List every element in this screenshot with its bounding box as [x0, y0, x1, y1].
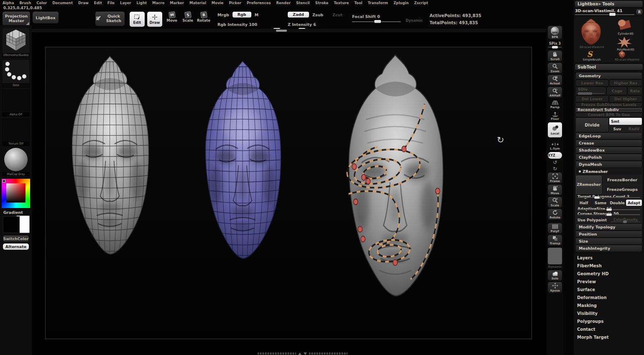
- m-toggle[interactable]: M: [255, 13, 258, 17]
- polyf-button[interactable]: PolyF: [548, 223, 562, 233]
- smt-toggle[interactable]: Smt: [609, 118, 642, 125]
- tool-thumb-polymesh3d[interactable]: [616, 36, 633, 48]
- same-button[interactable]: Same: [593, 200, 608, 206]
- spix-slider[interactable]: SPix 3: [548, 41, 562, 49]
- menu-alpha[interactable]: Alpha: [3, 1, 14, 5]
- restore-config-button[interactable]: R: [636, 9, 643, 15]
- current-tool-slider[interactable]: 3D-scan-Vlastimil. 41: [575, 8, 634, 16]
- current-texture-thumbnail[interactable]: Texture Off: [2, 119, 30, 146]
- lightbox-button[interactable]: LightBox: [33, 12, 59, 23]
- projection-master-button[interactable]: Projection Master: [3, 12, 30, 26]
- dynamic-button[interactable]: Dynamic: [548, 247, 562, 269]
- reconstruct-subdiv-button[interactable]: Reconstruct Subdiv: [576, 108, 642, 112]
- subsection-position[interactable]: Position: [576, 231, 642, 237]
- lower-res-button[interactable]: Lower Res: [576, 80, 608, 86]
- divide-button[interactable]: Divide: [576, 118, 608, 132]
- rotate-button[interactable]: R Rotate: [197, 12, 210, 26]
- menu-movie[interactable]: Movie: [212, 1, 224, 5]
- subtool-section-header[interactable]: SubTool: [575, 64, 643, 70]
- mrgb-toggle[interactable]: Mrgb: [217, 13, 229, 17]
- adaptive-size-slider[interactable]: AdaptiveSize 50: [576, 207, 642, 211]
- menu-brush[interactable]: Brush: [19, 1, 31, 5]
- use-polypaint-toggle[interactable]: Use Polypaint: [576, 217, 608, 223]
- rotate-canvas-button[interactable]: Rotate: [548, 209, 562, 220]
- move-canvas-button[interactable]: Move: [548, 185, 562, 195]
- section-masking[interactable]: Masking: [577, 302, 643, 309]
- zcut-toggle[interactable]: Zcut: [332, 13, 342, 17]
- menu-picker[interactable]: Picker: [229, 1, 241, 5]
- menu-color[interactable]: Color: [36, 1, 47, 5]
- alternate-button[interactable]: Alternate: [3, 243, 29, 250]
- zadd-toggle[interactable]: Zadd: [288, 12, 309, 18]
- divider-down-arrow[interactable]: [304, 352, 307, 355]
- convert-bpr-button[interactable]: Convert BPR To Geo: [576, 113, 642, 117]
- section-geometry-hd[interactable]: Geometry HD: [577, 270, 643, 277]
- section-fibermesh[interactable]: FiberMesh: [577, 262, 643, 269]
- tool-thumb-simplebrush[interactable]: S: [584, 51, 595, 58]
- freeze-groups-toggle[interactable]: FreezeGroups: [603, 185, 642, 194]
- scale-canvas-button[interactable]: Scale: [548, 197, 562, 208]
- adapt-toggle[interactable]: Adapt: [626, 200, 642, 206]
- tool-thumb-selected[interactable]: [576, 18, 606, 46]
- rgb-toggle[interactable]: Rgb: [233, 12, 251, 18]
- local-button[interactable]: Local: [548, 122, 562, 137]
- tool-thumb-cylinder3d[interactable]: [613, 18, 635, 32]
- menu-stroke[interactable]: Stroke: [315, 1, 328, 5]
- zsub-toggle[interactable]: Zsub: [312, 13, 323, 17]
- section-layers[interactable]: Layers: [577, 254, 643, 261]
- focal-shift-slider[interactable]: [352, 20, 401, 23]
- shelf-divider-handle[interactable]: [276, 30, 287, 32]
- higher-res-button[interactable]: Higher Res: [609, 80, 642, 86]
- subsection-size[interactable]: Size: [576, 238, 642, 244]
- menu-texture[interactable]: Texture: [334, 1, 349, 5]
- xyz-button[interactable]: XYZ: [548, 152, 562, 159]
- frame-button[interactable]: Frame: [548, 172, 562, 183]
- orbit-right-button[interactable]: ↻: [548, 166, 562, 171]
- menu-layer[interactable]: Layer: [120, 1, 131, 5]
- current-alpha-thumbnail[interactable]: Alpha Off: [2, 89, 30, 117]
- bpr-button[interactable]: BPR BPR: [548, 26, 562, 39]
- dynamic-toggle[interactable]: Dynamic: [406, 18, 423, 23]
- menu-light[interactable]: Light: [137, 1, 147, 5]
- main-color-swatch[interactable]: [3, 216, 20, 233]
- menu-marker[interactable]: Marker: [170, 1, 184, 5]
- current-material-thumbnail[interactable]: MatCap Gray: [2, 147, 30, 176]
- orbit-left-button[interactable]: ↺: [548, 160, 562, 165]
- menu-zplugin[interactable]: Zplugin: [394, 1, 409, 5]
- curves-strength-slider[interactable]: Curves Strength 50: [576, 212, 642, 216]
- transp-button[interactable]: Transp: [548, 235, 562, 246]
- rotate-canvas-icon[interactable]: ↻: [497, 135, 504, 145]
- menu-edit[interactable]: Edit: [94, 1, 102, 5]
- menu-stencil[interactable]: Stencil: [296, 1, 310, 5]
- sdiv-slider[interactable]: SDiv: [576, 87, 606, 95]
- geometry-section-header[interactable]: Geometry: [576, 73, 642, 79]
- edit-button[interactable]: Edit: [130, 12, 145, 27]
- quick-sketch-button[interactable]: Quick Sketch: [95, 12, 125, 26]
- section-deformation[interactable]: Deformation: [577, 294, 643, 301]
- scale-button[interactable]: S Scale: [181, 12, 194, 26]
- color-density-slider[interactable]: ColorDensity: [609, 217, 642, 223]
- current-stroke-thumbnail[interactable]: Dots: [2, 59, 30, 88]
- divider-up-arrow[interactable]: [298, 352, 302, 355]
- section-contact[interactable]: Contact: [577, 326, 643, 332]
- suv-toggle[interactable]: Suv: [609, 126, 625, 132]
- current-brush-thumbnail[interactable]: ZRemesherGuides: [2, 28, 30, 58]
- section-visibility[interactable]: Visibility: [577, 310, 643, 317]
- radv-toggle[interactable]: RadV: [626, 126, 642, 132]
- subsection-shadowbox[interactable]: ShadowBox: [576, 147, 642, 153]
- lsym-button[interactable]: L.Sym: [548, 141, 562, 151]
- persp-button[interactable]: Persp: [548, 99, 562, 109]
- subsection-modify-topology[interactable]: Modify Topology: [576, 224, 642, 230]
- actual-button[interactable]: Actual: [548, 75, 562, 86]
- floor-button[interactable]: Floor: [548, 111, 562, 121]
- menu-render[interactable]: Render: [276, 1, 291, 5]
- rate-button[interactable]: Rate: [628, 87, 642, 95]
- menu-preferences[interactable]: Preferences: [247, 1, 271, 5]
- half-button[interactable]: Half: [576, 200, 592, 206]
- double-button[interactable]: Double: [609, 200, 625, 206]
- menu-macro[interactable]: Macro: [152, 1, 164, 5]
- color-picker[interactable]: [2, 179, 30, 208]
- xpose-button[interactable]: Xpose: [548, 282, 562, 293]
- menu-tool[interactable]: Tool: [354, 1, 362, 5]
- subsection-crease[interactable]: Crease: [576, 140, 642, 146]
